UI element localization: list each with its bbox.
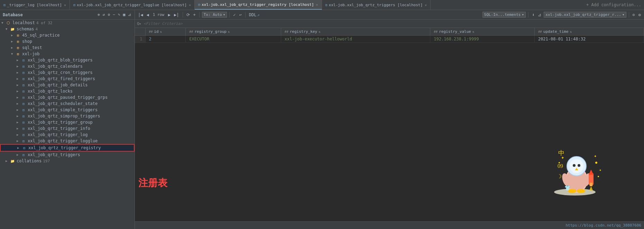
add-row-btn[interactable]: + [192,12,197,18]
data-table: ## id ⇅ ## registry_group ⇅ [135,28,644,43]
tab-logglue[interactable]: ⊞ xxl-job.xxl_job_qrtz_trigger_logglue [… [70,0,195,10]
arrow-col: ▶ [6,159,10,163]
edit-btn[interactable]: ✎ [117,12,121,17]
sidebar-item-simple-triggers[interactable]: ▶ ⊞ xxl_job_qrtz_simple_triggers [0,107,135,113]
rows-info: 1 row [151,12,166,17]
sidebar-item-cron-triggers[interactable]: ▶ ⊞ xxl_job_qrtz_cron_triggers [0,69,135,76]
checkmark-btn[interactable]: ✓ [232,12,237,18]
sidebar-item-schemas[interactable]: ▼ 📁 schemas 4 [0,26,135,32]
sqltest-label: sql_test [22,45,42,50]
filter-btn[interactable]: ⊿ [127,12,132,17]
sidebar-item-shop[interactable]: ▶ ⊞ shop [0,38,135,45]
sidebar-item-trigger-info[interactable]: ▶ ⊞ xxl_job_qrtz_trigger_info [0,125,135,132]
right-panel: |◀ ◀ 1 row ▶ ▶| ⟳ + Tx: Auto ▾ ✓ ↩ DDL ↗… [135,10,644,229]
sep5 [528,12,528,18]
sidebar-item-trigger-log[interactable]: ▶ ⊞ xxl_job_qrtz_trigger_log [0,132,135,138]
sep4 [245,12,246,18]
table-icon-fired: ⊞ [21,76,26,81]
sidebar-item-45sql[interactable]: ▶ ⊞ 45_sql_practice [0,32,135,38]
filter-bar[interactable]: Q▸ <Filter Criteria> [135,20,644,28]
table-ref-dropdown[interactable]: xxl-job.xxl_job_qrtz_trigger_r... ▾ [544,12,626,18]
sidebar-item-paused[interactable]: ▶ ⊞ xxl_job_qrtz_paused_trigger_grps [0,94,135,101]
localhost-badge: 4 of 32 [36,21,52,25]
add-db-btn[interactable]: ⊕ [97,12,101,17]
sidebar-item-xxljob[interactable]: ▼ ⊞ xxl-job [0,51,135,57]
ddl-btn[interactable]: DDL ↗ [248,12,261,18]
zoom-btn[interactable]: ⊙ [632,12,636,18]
svg-point-3 [567,156,586,176]
arrow-blob: ▶ [17,58,21,62]
tab-triggers[interactable]: ⊞ xxl-job.xxl_job_qrtz_triggers [localho… [322,0,431,10]
sidebar-item-fired-triggers[interactable]: ▶ ⊞ xxl_job_qrtz_fired_triggers [0,76,135,82]
view-btn[interactable]: ▦ [122,12,126,17]
tab-registry[interactable]: ⊞ xxl-job.xxl_job_qrtz_trigger_registry … [195,0,322,10]
sidebar-item-trigger-registry[interactable]: ▶ ⊞ xxl_job_qrtz_trigger_registry [0,144,135,152]
sidebar-item-job-details[interactable]: ▶ ⊞ xxl_job_qrtz_job_details [0,82,135,88]
annotation-text: 注册表 [138,176,167,190]
cell-rownum-1: 1 [135,36,145,43]
schema-icon-45sql: ⊞ [15,33,21,38]
trigger-group-label: xxl_job_qrtz_trigger_group [28,120,93,125]
filter2-btn[interactable]: ⊿ [537,12,542,18]
tab-close-4[interactable]: ✕ [425,3,427,7]
arrow-tg: ▶ [17,121,21,124]
col-type-icon-rv: ## [434,30,438,34]
sidebar-item-localhost[interactable]: ▼ ⬡ localhost 4 of 32 [0,20,135,26]
sidebar-item-triggers[interactable]: ▶ ⊞ xxl_job_qrtz_triggers [0,152,135,158]
col-registry-key[interactable]: ## registry_key ⇅ [281,28,430,36]
tab-close-1[interactable]: ✕ [64,3,66,7]
settings-btn[interactable]: ⚙ [107,12,111,17]
more-btn[interactable]: ⚙ [637,12,642,18]
trigger-registry-label: xxl_job_qrtz_trigger_registry [28,145,101,150]
table-icon-treg: ⊞ [21,145,27,150]
collations-label: collations [17,159,42,163]
jump-btn[interactable]: ⇄ [102,12,106,17]
sidebar-item-locks[interactable]: ▶ ⊞ xxl_job_qrtz_locks [0,88,135,94]
sidebar-item-trigger-group[interactable]: ▶ ⊞ xxl_job_qrtz_trigger_group [0,119,135,125]
svg-point-4 [570,159,583,173]
localhost-label: localhost [12,20,35,25]
sql-dropdown[interactable]: SQL-In...tements ▾ [482,12,526,18]
col-id[interactable]: ## id ⇅ [145,28,186,36]
col-registry-group[interactable]: ## registry_group ⇅ [186,28,281,36]
table-icon-jd: ⊞ [21,83,26,87]
table-icon-tlg: ⊞ [21,139,26,143]
fired-triggers-label: xxl_job_qrtz_fired_triggers [28,76,95,81]
arrow-calendars: ▶ [17,65,21,68]
undo-btn[interactable]: ↩ [238,12,243,18]
nav-first-btn[interactable]: |◀ [137,12,144,18]
add-tab-btn[interactable]: + Add configuration... [586,2,641,7]
sidebar-item-trigger-logglue[interactable]: ▶ ⊞ xxl_job_qrtz_trigger_logglue [0,138,135,144]
minus-btn[interactable]: − [112,12,116,17]
sidebar-item-scheduler-state[interactable]: ▶ ⊞ xxl_job_qrtz_scheduler_state [0,101,135,107]
mascot-illustration: ✦ ✦ ✦ 中 09 ☽ 👕 [540,132,616,208]
tab-trigger-log[interactable]: ⊞ _trigger_log [localhost] ✕ [0,0,70,10]
tx-dropdown[interactable]: Tx: Auto ▾ [202,12,227,18]
sidebar-item-blob-triggers[interactable]: ▶ ⊞ xxl_job_qrtz_blob_triggers [0,57,135,63]
sidebar-item-collations[interactable]: ▶ 📁 collations 197 [0,158,135,164]
refresh-btn[interactable]: ⟳ [185,12,191,18]
nav-prev-btn[interactable]: ◀ [145,12,150,18]
col-type-icon-rg: ## [189,30,193,34]
svg-point-25 [598,176,599,177]
table-header-row: ## id ⇅ ## registry_group ⇅ [135,28,644,36]
export-btn[interactable]: ⬇ [531,12,535,18]
col-registry-value[interactable]: ## registry_value ⇅ [430,28,535,36]
nav-next-btn[interactable]: ▶ [167,12,172,18]
blob-triggers-label: xxl_job_qrtz_blob_triggers [28,58,93,63]
nav-last-btn[interactable]: ▶| [173,12,180,18]
tab-label-1: _trigger_log [localhost] [7,3,62,7]
col-update-time[interactable]: ## update_time ⇅ [534,28,644,36]
sidebar-item-sqltest[interactable]: ▶ ⊞ sql_test [0,45,135,51]
svg-text:✦: ✦ [561,154,564,161]
chevron-down-icon: ▾ [223,12,226,17]
svg-point-10 [568,189,576,193]
tab-close-2[interactable]: ✕ [189,3,191,7]
tab-close-3[interactable]: ✕ [316,3,318,7]
arrow-shop: ▶ [11,40,15,43]
table-row[interactable]: 1 2 EXECUTOR xxl-job-executor-helloworld… [135,36,644,43]
sidebar-item-simprop-triggers[interactable]: ▶ ⊞ xxl_job_qrtz_simprop_triggers [0,113,135,119]
sidebar-item-calendars[interactable]: ▶ ⊞ xxl_job_qrtz_calendars [0,63,135,69]
svg-rect-12 [589,173,594,185]
arrow-tlog: ▶ [17,133,21,136]
